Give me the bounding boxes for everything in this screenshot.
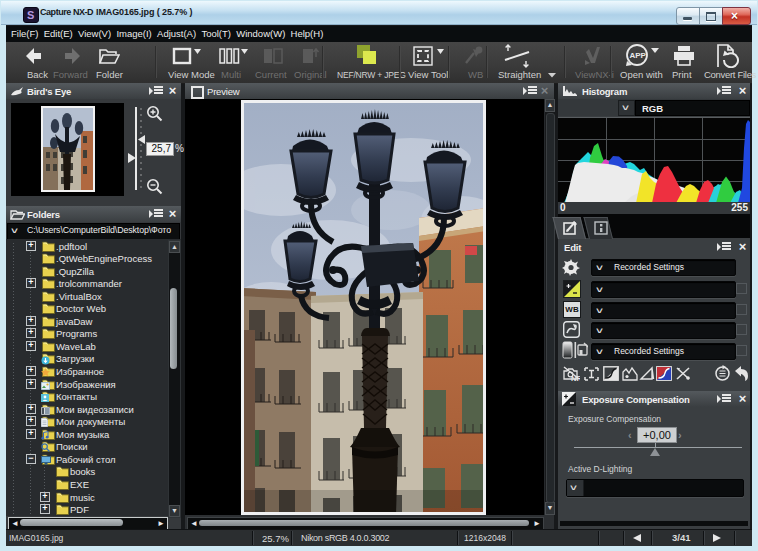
svg-text:NR: NR bbox=[571, 374, 580, 382]
svg-text:APP: APP bbox=[630, 51, 647, 60]
